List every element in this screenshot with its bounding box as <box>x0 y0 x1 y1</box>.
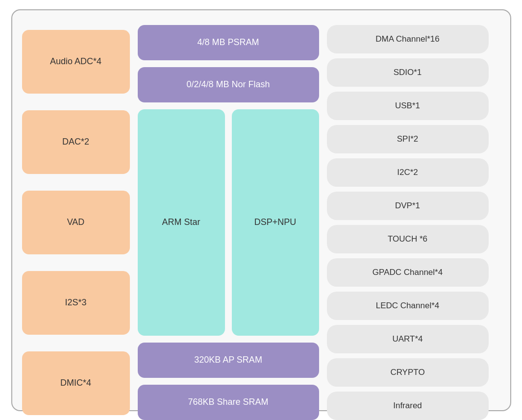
core-dsp: DSP+NPU <box>232 109 319 336</box>
right-item-infrared: Infrared <box>327 392 489 420</box>
right-item-spi: SPI*2 <box>327 125 489 153</box>
right-item-sdio: SDIO*1 <box>327 58 489 87</box>
right-item-ledc: LEDC Channel*4 <box>327 292 489 320</box>
left-item-dmic: DMIC*4 <box>22 351 130 415</box>
center-column: 4/8 MB PSRAM0/2/4/8 MB Nor FlashARM Star… <box>138 20 319 420</box>
core-row: ARM StarDSP+NPU <box>138 109 319 336</box>
center-top-norflash: 0/2/4/8 MB Nor Flash <box>138 67 319 102</box>
right-column: DMA Channel*16SDIO*1USB*1SPI*2I2C*2DVP*1… <box>327 20 489 420</box>
right-item-gpadc: GPADC Channel*4 <box>327 258 489 287</box>
right-item-usb: USB*1 <box>327 92 489 120</box>
right-item-dvp: DVP*1 <box>327 192 489 220</box>
right-item-touch: TOUCH *6 <box>327 225 489 253</box>
center-bottom-share-sram: 768KB Share SRAM <box>138 385 319 420</box>
center-top-psram: 4/8 MB PSRAM <box>138 25 319 60</box>
left-item-dac: DAC*2 <box>22 110 130 174</box>
left-item-i2s: I2S*3 <box>22 271 130 335</box>
main-diagram: Audio ADC*4DAC*2VADI2S*3DMIC*4 4/8 MB PS… <box>11 9 511 411</box>
right-item-dma: DMA Channel*16 <box>327 25 489 53</box>
right-item-uart: UART*4 <box>327 325 489 353</box>
center-bottom-ap-sram: 320KB AP SRAM <box>138 343 319 378</box>
left-item-vad: VAD <box>22 191 130 254</box>
right-item-crypto: CRYPTO <box>327 358 489 387</box>
left-column: Audio ADC*4DAC*2VADI2S*3DMIC*4 <box>22 20 130 420</box>
left-item-audio-adc: Audio ADC*4 <box>22 30 130 94</box>
right-item-i2c: I2C*2 <box>327 158 489 187</box>
core-arm: ARM Star <box>138 109 225 336</box>
